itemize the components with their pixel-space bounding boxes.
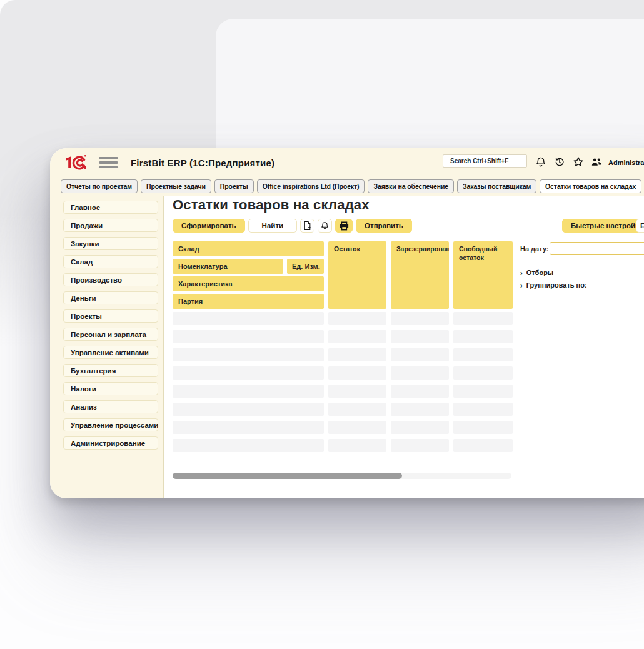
sidebar-item-administration[interactable]: Администрирование — [63, 436, 158, 450]
table-row — [173, 348, 513, 361]
report-toolbar: Сформировать Найти — [173, 219, 412, 233]
find-button[interactable]: Найти — [248, 219, 297, 233]
empty-cell — [453, 366, 513, 380]
date-input[interactable] — [550, 242, 644, 255]
empty-cell — [453, 439, 513, 452]
report-main-area: Остатки товаров на складах Сформировать … — [164, 196, 644, 498]
empty-cell — [173, 312, 324, 325]
table-row — [173, 330, 513, 343]
filters-disclosure[interactable]: › Отборы — [520, 269, 553, 276]
date-label: На дату: — [520, 245, 549, 253]
sidebar-item-purchases[interactable]: Закупки — [63, 237, 158, 250]
empty-cell — [328, 348, 386, 361]
empty-cell — [173, 439, 324, 452]
tab-supply-requests[interactable]: Заявки на обеспечение — [368, 179, 454, 193]
chevron-right-icon: › — [520, 268, 523, 277]
group-by-label: Группировать по: — [526, 281, 587, 289]
search-input[interactable] — [443, 158, 526, 164]
empty-cell — [391, 330, 449, 343]
notifications-bell-icon[interactable] — [535, 156, 546, 168]
empty-cell — [453, 330, 513, 343]
app-title: FirstBit ERP (1С:Предприятие) — [131, 158, 274, 168]
generate-button[interactable]: Сформировать — [173, 219, 245, 233]
print-button[interactable] — [335, 219, 353, 233]
header-characteristic[interactable]: Характеристика — [173, 276, 324, 291]
report-table-header: Склад Номенклатура Ед. Изм. Характеристи… — [173, 241, 513, 309]
tab-project-tasks[interactable]: Проектные задачи — [141, 179, 211, 193]
table-row — [173, 312, 513, 325]
bell-icon — [320, 221, 330, 231]
sidebar-item-money[interactable]: Деньги — [63, 291, 158, 304]
global-search[interactable] — [443, 154, 527, 168]
hamburger-menu-icon[interactable] — [99, 157, 118, 168]
table-row — [173, 421, 513, 434]
header-stock[interactable]: Остаток — [328, 241, 386, 309]
report-alert-button[interactable] — [318, 219, 332, 233]
scrollbar-thumb[interactable] — [173, 473, 402, 479]
header-reserved[interactable]: Зарезераировано — [391, 241, 449, 309]
sidebar-item-production[interactable]: Производство — [63, 273, 158, 286]
empty-cell — [453, 421, 513, 434]
tab-projects[interactable]: Проекты — [214, 179, 254, 193]
header-free-stock[interactable]: Свободный остаток — [453, 241, 513, 309]
document-tabstrip: Отчеты по проектам Проектные задачи Прое… — [50, 177, 644, 196]
empty-cell — [391, 366, 449, 380]
table-row — [173, 403, 513, 416]
more-button[interactable]: Ещё — [636, 219, 644, 233]
sidebar-item-hr-payroll[interactable]: Персонал и зарплата — [63, 328, 158, 341]
empty-cell — [173, 403, 324, 416]
empty-cell — [173, 421, 324, 434]
horizontal-scrollbar[interactable] — [173, 473, 511, 479]
header-batch[interactable]: Партия — [173, 294, 324, 309]
printer-icon — [339, 221, 350, 231]
empty-cell — [173, 330, 324, 343]
tab-office-inspirations[interactable]: Office inspirations Ltd (Проект) — [257, 179, 365, 193]
empty-cell — [173, 366, 324, 380]
empty-cell — [328, 439, 386, 452]
empty-cell — [173, 348, 324, 361]
sidebar-item-main[interactable]: Главное — [63, 201, 158, 214]
tab-supplier-orders[interactable]: Заказы поставщикам — [457, 179, 536, 193]
history-icon[interactable] — [554, 156, 565, 168]
favorites-star-icon[interactable] — [573, 156, 584, 168]
send-button[interactable]: Отправить — [356, 219, 412, 233]
page-title: Остатки товаров на складах — [173, 197, 370, 213]
empty-cell — [453, 403, 513, 416]
group-by-disclosure[interactable]: › Группировать по: — [520, 281, 587, 289]
sidebar-item-accounting[interactable]: Бухгалтерия — [63, 364, 158, 377]
users-icon[interactable] — [591, 156, 602, 168]
filters-label: Отборы — [526, 269, 554, 276]
empty-cell — [328, 421, 386, 434]
table-empty-rows — [173, 312, 513, 457]
sidebar-item-taxes[interactable]: Налоги — [63, 382, 158, 395]
window-header: FirstBit ERP (1С:Предприятие) — [50, 148, 644, 177]
current-user-label[interactable]: Administrator — [608, 159, 644, 166]
sidebar-item-warehouse[interactable]: Склад — [63, 255, 158, 268]
tab-warehouse-stock[interactable]: Остатки товаров на складах — [540, 179, 641, 193]
table-row — [173, 366, 513, 380]
header-unit[interactable]: Ед. Изм. — [287, 259, 324, 274]
empty-cell — [453, 312, 513, 325]
sidebar-item-asset-management[interactable]: Управление активами — [63, 346, 158, 359]
empty-cell — [328, 366, 386, 380]
tab-project-reports[interactable]: Отчеты по проектам — [61, 179, 138, 193]
sidebar-item-process-management[interactable]: Управление процессами — [63, 418, 158, 431]
sidebar-item-sales[interactable]: Продажи — [63, 219, 158, 232]
sidebar-item-analysis[interactable]: Анализ — [63, 400, 158, 413]
new-document-icon — [303, 221, 312, 231]
empty-cell — [453, 385, 513, 398]
empty-cell — [328, 385, 386, 398]
empty-cell — [328, 312, 386, 325]
erp-window: FirstBit ERP (1С:Предприятие) — [50, 148, 644, 498]
header-warehouse[interactable]: Склад — [173, 241, 324, 256]
sidebar-item-projects[interactable]: Проекты — [63, 309, 158, 323]
table-row — [173, 385, 513, 398]
empty-cell — [391, 439, 449, 452]
quick-settings-button[interactable]: Быстрые настройки — [562, 219, 644, 233]
table-row — [173, 439, 513, 452]
header-nomenclature[interactable]: Номенклатура — [173, 259, 283, 274]
1c-logo-icon — [64, 153, 86, 173]
empty-cell — [391, 385, 449, 398]
empty-cell — [391, 403, 449, 416]
new-document-button[interactable] — [300, 219, 314, 233]
